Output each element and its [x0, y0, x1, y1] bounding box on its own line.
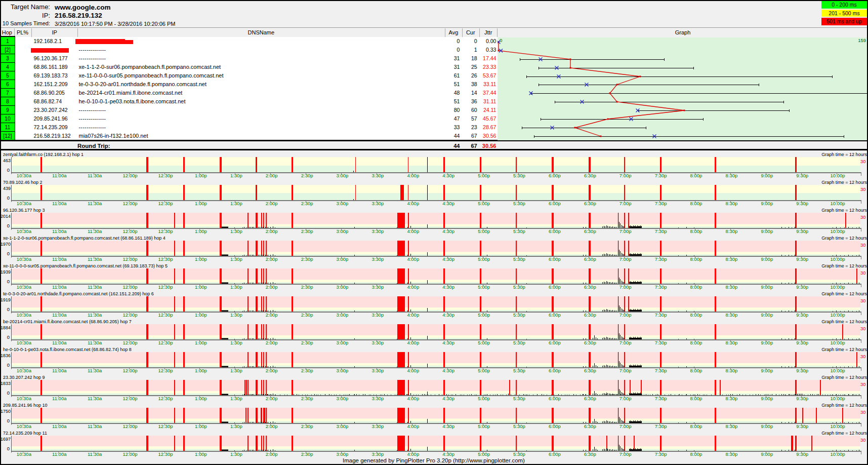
svg-text:12:00p: 12:00p	[123, 368, 138, 373]
svg-text:10:30a: 10:30a	[17, 396, 32, 401]
svg-text:463: 463	[3, 158, 11, 163]
svg-text:1:00p: 1:00p	[195, 340, 207, 345]
svg-text:1:30p: 1:30p	[230, 256, 242, 262]
svg-text:7:00p: 7:00p	[619, 201, 632, 206]
svg-text:209.85.241.96 hop 10: 209.85.241.96 hop 10	[3, 403, 48, 408]
svg-text:10:30a: 10:30a	[17, 368, 32, 373]
svg-text:10:00p: 10:00p	[831, 173, 845, 178]
svg-text:1:30p: 1:30p	[230, 173, 242, 178]
svg-text:12:30p: 12:30p	[158, 228, 173, 234]
svg-text:6:30p: 6:30p	[584, 256, 596, 262]
svg-text:7:30p: 7:30p	[655, 284, 667, 290]
svg-text:11:00a: 11:00a	[52, 451, 67, 457]
svg-text:5:00p: 5:00p	[478, 284, 490, 290]
svg-text:11:00a: 11:00a	[52, 396, 67, 401]
svg-text:4:00p: 4:00p	[407, 201, 419, 206]
svg-text:2:30p: 2:30p	[301, 201, 313, 206]
svg-text:10:00p: 10:00p	[831, 312, 845, 318]
svg-text:2:30p: 2:30p	[301, 173, 313, 178]
svg-text:12:00p: 12:00p	[123, 340, 138, 345]
svg-text:2:30p: 2:30p	[301, 228, 313, 234]
svg-text:1:30p: 1:30p	[230, 312, 242, 318]
svg-text:8:30p: 8:30p	[726, 228, 738, 234]
svg-text:2:00p: 2:00p	[266, 312, 278, 318]
svg-text:1970: 1970	[1, 241, 11, 246]
svg-text:9:30p: 9:30p	[796, 451, 808, 457]
svg-text:2014: 2014	[1, 213, 11, 218]
svg-text:1:30p: 1:30p	[230, 201, 242, 206]
svg-text:Graph time = 12 hours: Graph time = 12 hours	[821, 431, 867, 436]
svg-text:6:00p: 6:00p	[549, 396, 561, 401]
svg-text:12:30p: 12:30p	[158, 368, 173, 373]
svg-text:7:00p: 7:00p	[619, 340, 632, 345]
svg-text:10:30a: 10:30a	[17, 340, 32, 345]
svg-text:2:00p: 2:00p	[266, 256, 278, 262]
svg-text:9:30p: 9:30p	[796, 396, 808, 401]
svg-text:2:00p: 2:00p	[266, 284, 278, 290]
svg-text:2:00p: 2:00p	[266, 173, 278, 178]
svg-text:11:30a: 11:30a	[88, 173, 102, 178]
svg-text:6:30p: 6:30p	[584, 173, 596, 178]
svg-text:8:30p: 8:30p	[726, 340, 738, 345]
svg-text:1:30p: 1:30p	[230, 423, 242, 429]
svg-text:30: 30	[860, 437, 866, 443]
svg-text:12:00p: 12:00p	[123, 396, 138, 401]
svg-text:12:00p: 12:00p	[123, 284, 138, 290]
svg-text:4:30p: 4:30p	[442, 368, 454, 373]
svg-text:12:00p: 12:00p	[123, 423, 138, 429]
svg-text:Graph time = 12 hours: Graph time = 12 hours	[821, 319, 867, 324]
svg-text:Graph time = 12 hours: Graph time = 12 hours	[821, 236, 867, 241]
svg-text:5:00p: 5:00p	[478, 423, 490, 429]
svg-text:12:00p: 12:00p	[123, 256, 138, 262]
svg-text:3:00p: 3:00p	[337, 284, 349, 290]
svg-text:6:30p: 6:30p	[584, 201, 596, 206]
svg-text:5:30p: 5:30p	[513, 368, 525, 373]
svg-text:2:30p: 2:30p	[301, 396, 313, 401]
svg-text:Graph time = 12 hours: Graph time = 12 hours	[821, 375, 867, 380]
svg-text:3:30p: 3:30p	[372, 396, 384, 401]
svg-text:te-0-3-0-20-ar01.northdade.fl.: te-0-3-0-20-ar01.northdade.fl.pompano.co…	[3, 291, 154, 296]
svg-text:8:00p: 8:00p	[690, 312, 702, 318]
svg-text:10:00p: 10:00p	[831, 340, 845, 345]
svg-text:5:30p: 5:30p	[513, 396, 525, 401]
svg-text:4:00p: 4:00p	[407, 340, 419, 345]
svg-text:6:30p: 6:30p	[584, 396, 596, 401]
svg-text:5:00p: 5:00p	[478, 451, 490, 457]
svg-text:3:00p: 3:00p	[337, 256, 349, 262]
svg-text:2:00p: 2:00p	[266, 368, 278, 373]
svg-text:6:30p: 6:30p	[584, 451, 596, 457]
svg-text:3:00p: 3:00p	[337, 228, 349, 234]
svg-text:1:00p: 1:00p	[195, 256, 207, 262]
svg-text:9:30p: 9:30p	[796, 340, 808, 345]
svg-text:2:30p: 2:30p	[301, 340, 313, 345]
svg-text:4:30p: 4:30p	[442, 201, 454, 206]
svg-text:7:30p: 7:30p	[655, 451, 667, 457]
svg-text:8:00p: 8:00p	[690, 256, 702, 262]
svg-text:9:00p: 9:00p	[761, 312, 773, 318]
svg-text:4:00p: 4:00p	[407, 284, 419, 290]
svg-text:2:30p: 2:30p	[301, 256, 313, 262]
svg-text:11:30a: 11:30a	[88, 312, 102, 318]
svg-text:6:00p: 6:00p	[549, 173, 561, 178]
svg-text:10:30a: 10:30a	[17, 173, 32, 178]
svg-text:8:30p: 8:30p	[726, 451, 738, 457]
svg-text:11:00a: 11:00a	[52, 284, 67, 290]
svg-text:5:30p: 5:30p	[513, 201, 525, 206]
svg-text:1:00p: 1:00p	[195, 423, 207, 429]
svg-text:7:00p: 7:00p	[619, 256, 632, 262]
svg-text:1884: 1884	[1, 325, 11, 330]
svg-text:4:00p: 4:00p	[407, 228, 419, 234]
svg-text:2:30p: 2:30p	[301, 312, 313, 318]
svg-text:1:30p: 1:30p	[230, 340, 242, 345]
svg-text:4:30p: 4:30p	[442, 396, 454, 401]
svg-text:7:00p: 7:00p	[619, 228, 632, 234]
svg-text:Graph time = 12 hours: Graph time = 12 hours	[821, 403, 867, 408]
svg-text:4:30p: 4:30p	[442, 228, 454, 234]
svg-text:7:30p: 7:30p	[655, 340, 667, 345]
svg-text:10:00p: 10:00p	[831, 256, 845, 262]
svg-text:9:00p: 9:00p	[761, 256, 773, 262]
svg-text:0: 0	[7, 334, 10, 340]
svg-text:23.30.207.242 hop 9: 23.30.207.242 hop 9	[3, 375, 45, 380]
svg-text:11:00a: 11:00a	[52, 256, 67, 262]
svg-text:8:00p: 8:00p	[690, 228, 702, 234]
